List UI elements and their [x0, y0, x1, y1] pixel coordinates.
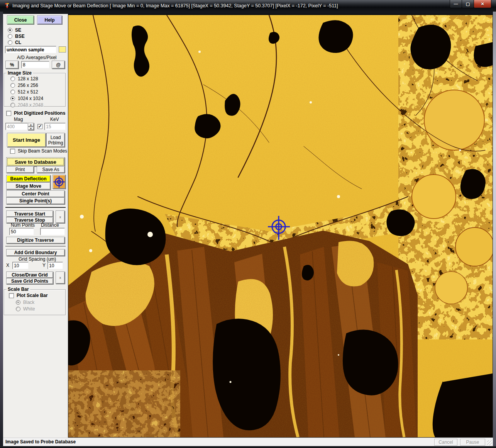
mag-label: Mag: [14, 117, 23, 122]
grid-x-input[interactable]: [12, 262, 29, 269]
add-grid-boundary-button[interactable]: Add Grid Boundary: [6, 249, 65, 256]
print-button[interactable]: Print: [6, 166, 34, 173]
radio-bse[interactable]: BSE: [8, 34, 25, 39]
radio-cl-dot[interactable]: [8, 40, 12, 45]
close-button[interactable]: Close: [7, 15, 34, 24]
digitize-traverse-button: Digitize Traverse: [6, 237, 65, 244]
grid-clear-button[interactable]: x: [56, 272, 65, 284]
sample-name-input[interactable]: [5, 46, 56, 53]
window-frame-left: [0, 12, 3, 446]
radio-size-256-dot[interactable]: [10, 83, 15, 88]
minimize-button[interactable]: —: [450, 0, 462, 8]
radio-size-512-dot[interactable]: [10, 90, 15, 94]
center-point-button: Center Point: [6, 190, 65, 197]
beam-position-button[interactable]: [52, 175, 66, 189]
image-size-group: Image Size 128 x 128 256 x 256 512 x 512…: [4, 70, 66, 107]
num-points-input[interactable]: [9, 228, 34, 235]
distance-input[interactable]: [40, 228, 65, 235]
radio-size-256[interactable]: 256 x 256: [10, 83, 65, 88]
percent-button[interactable]: %: [5, 61, 19, 69]
resize-grip-icon[interactable]: [487, 440, 492, 445]
divider: [5, 246, 66, 246]
scale-bar-black-dot: [16, 300, 20, 305]
scale-bar-white-radio: White: [16, 306, 65, 312]
status-bar: Image Saved to Probe Database Cancel Pau…: [3, 438, 493, 446]
save-grid-points-button: Save Grid Points: [6, 278, 53, 284]
app-icon: [4, 3, 10, 9]
radio-size-128[interactable]: 128 x 128: [10, 76, 65, 81]
divider: [5, 207, 66, 208]
mag-spinner[interactable]: ▲ ▼: [28, 123, 34, 130]
radio-size-1024[interactable]: 1024 x 1024: [10, 96, 65, 101]
pause-button: Pause: [460, 439, 485, 446]
help-button[interactable]: Help: [37, 15, 62, 24]
radio-size-128-dot[interactable]: [10, 76, 15, 81]
spinner-down-icon[interactable]: ▼: [28, 127, 34, 130]
grid-y-input[interactable]: [47, 262, 63, 269]
skip-beam-box[interactable]: [10, 149, 15, 154]
grid-x-label: X: [6, 263, 9, 268]
close-window-button[interactable]: ✕: [474, 0, 491, 8]
radio-size-512[interactable]: 512 x 512: [10, 89, 65, 95]
radio-cl[interactable]: CL: [8, 40, 21, 45]
load-prbimg-button[interactable]: Load PrbImg: [46, 133, 65, 147]
beam-deflection-button[interactable]: Beam Deflection: [6, 175, 51, 182]
sample-color-button[interactable]: [59, 46, 66, 53]
ad-averages-label: A/D Averages/Pixel: [17, 55, 57, 60]
skip-beam-checkbox[interactable]: Skip Beam Scan Modes: [10, 148, 67, 154]
scale-bar-legend: Scale Bar: [7, 287, 30, 292]
radio-size-1024-dot[interactable]: [10, 96, 15, 101]
crosshair-icon: [53, 176, 65, 188]
at-button[interactable]: @: [52, 61, 65, 69]
kev-label: KeV: [50, 117, 59, 122]
stage-move-button[interactable]: Stage Move: [6, 182, 51, 190]
plot-digitized-checkbox[interactable]: Plot Digitized Positions: [6, 110, 65, 116]
close-draw-grid-button[interactable]: Close/Draw Grid: [6, 272, 53, 278]
image-size-legend: Image Size: [7, 70, 33, 76]
maximize-button[interactable]: ▢: [462, 0, 474, 8]
radio-size-2048: 2048 x 2048: [10, 102, 65, 108]
plot-scale-bar-box[interactable]: [9, 293, 14, 298]
radio-se[interactable]: SE: [8, 27, 21, 33]
distance-label: Distance: [41, 222, 59, 228]
start-image-button[interactable]: Start Image: [7, 133, 46, 147]
radio-size-2048-dot: [10, 103, 15, 107]
ad-averages-input[interactable]: [21, 61, 49, 68]
radio-se-dot[interactable]: [8, 28, 12, 32]
grid-spacing-label: Grid Spacing (um): [19, 256, 56, 262]
traverse-start-button[interactable]: Traverse Start: [6, 210, 53, 217]
app-window: Imaging and Stage Move or Beam Deflectio…: [0, 0, 496, 448]
grid-y-label: Y: [42, 263, 46, 268]
plot-scale-bar-checkbox[interactable]: Plot Scale Bar: [9, 293, 65, 298]
window-title: Imaging and Stage Move or Beam Deflectio…: [12, 3, 338, 8]
mag-input[interactable]: [5, 123, 28, 130]
scale-bar-group: Scale Bar Plot Scale Bar Black White: [4, 287, 66, 315]
status-message: Image Saved to Probe Database: [5, 439, 76, 445]
title-bar[interactable]: Imaging and Stage Move or Beam Deflectio…: [0, 0, 496, 12]
specimen-image[interactable]: [68, 15, 493, 438]
kev-input[interactable]: [44, 123, 66, 130]
scale-bar-white-dot: [16, 307, 20, 311]
save-to-database-button[interactable]: Save to Database: [6, 157, 65, 166]
save-as-button[interactable]: Save As: [37, 166, 65, 173]
kev-checkbox[interactable]: ✓: [37, 124, 42, 129]
scale-bar-black-radio: Black: [16, 300, 65, 305]
num-points-label: Num Points: [11, 222, 35, 228]
window-frame-right: [493, 12, 496, 446]
radio-bse-dot[interactable]: [8, 34, 12, 39]
plot-digitized-box[interactable]: [6, 111, 11, 116]
spinner-up-icon[interactable]: ▲: [28, 123, 34, 127]
window-frame-bottom: [0, 446, 496, 448]
single-points-button[interactable]: Single Point(s): [6, 197, 65, 204]
control-sidebar: Close Help SE BSE CL A/D Averages/Pixel …: [3, 14, 68, 438]
traverse-clear-button[interactable]: x: [56, 210, 65, 223]
window-frame-inner: [3, 12, 493, 14]
cancel-button: Cancel: [434, 439, 457, 446]
